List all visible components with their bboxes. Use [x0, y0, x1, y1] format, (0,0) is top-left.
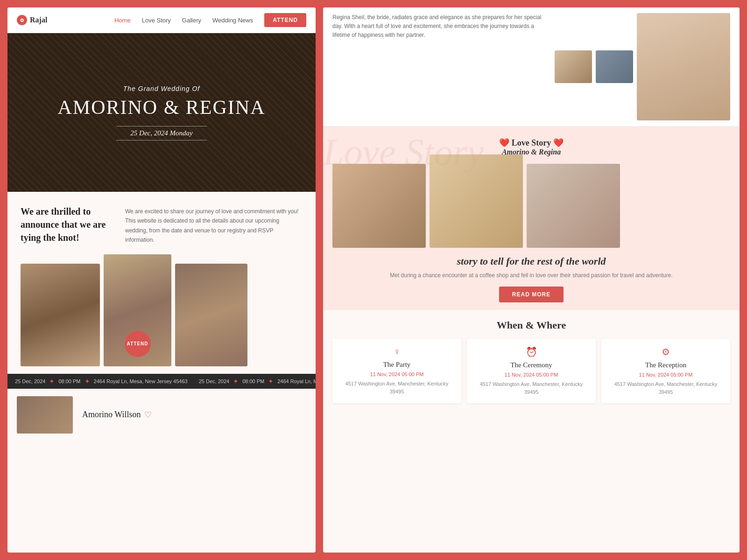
reception-icon: ⚙ — [609, 346, 723, 357]
reception-address: 4517 Washington Ave, Manchester, Kentuck… — [609, 380, 723, 396]
bottom-section: Amorino Willson ♡ — [7, 389, 316, 441]
reception-title: The Reception — [609, 361, 723, 369]
photo-1 — [21, 264, 100, 366]
love-photo-1 — [332, 164, 426, 248]
when-where-section: When & Where ♀ The Party 11 Nov, 2024 05… — [323, 310, 740, 413]
love-story-header: ❤️ Love Story ❤️ Amorino & Regina — [332, 138, 730, 156]
event-ceremony: ⏰ The Ceremony 11 Nov, 2024 05:00 PM 451… — [467, 339, 596, 403]
ceremony-title: The Ceremony — [474, 361, 588, 369]
person-info: Amorino Willson ♡ — [82, 396, 152, 434]
ticker-date-2: 25 Dec, 2024 — [199, 378, 229, 384]
attend-button[interactable]: ATTEND — [264, 13, 306, 27]
hero-date: 25 Dec, 2024 Monday — [116, 126, 206, 140]
photo-2: ATTEND — [104, 254, 171, 366]
hero-background: The Grand Wedding Of AMORINO & REGINA 25… — [7, 33, 316, 192]
read-more-button[interactable]: READ MORE — [499, 287, 564, 302]
announce-heading: We are thrilled to announce that we are … — [21, 205, 114, 245]
photo-1-inner — [21, 264, 100, 366]
announcement-section: We are thrilled to announce that we are … — [7, 192, 316, 252]
gallery-main-photo — [637, 13, 730, 120]
party-icon: ♀ — [340, 346, 454, 357]
party-date: 11 Nov, 2024 05:00 PM — [340, 371, 454, 377]
event-reception: ⚙ The Reception 11 Nov, 2024 05:00 PM 45… — [601, 339, 730, 403]
hero-title: AMORINO & REGINA — [58, 96, 266, 119]
gallery-thumbs — [555, 13, 633, 120]
attend-circle[interactable]: ATTEND — [125, 331, 151, 357]
logo-icon: ✿ — [17, 15, 27, 25]
love-story-tagline: story to tell for the rest of the world — [332, 255, 730, 267]
navbar: ✿ Rajal Home Love Story Gallery Wedding … — [7, 7, 316, 33]
ticker-dot-2: ✦ — [85, 378, 90, 385]
love-photo-3 — [527, 164, 620, 248]
love-story-couple: Amorino & Regina — [332, 148, 730, 156]
gallery-thumb-2 — [596, 50, 633, 83]
nav-love-story[interactable]: Love Story — [142, 17, 171, 24]
person-name: Amorino Willson ♡ — [82, 410, 152, 420]
photo-grid: ATTEND — [7, 252, 316, 374]
event-cards: ♀ The Party 11 Nov, 2024 05:00 PM 4517 W… — [332, 339, 730, 403]
ticker-item-1: 25 Dec, 2024 ✦ 08:00 PM ✦ 2464 Royal Ln,… — [15, 378, 188, 385]
ticker-dot-1: ✦ — [49, 378, 55, 385]
gallery-thumb-1 — [555, 50, 592, 83]
event-party: ♀ The Party 11 Nov, 2024 05:00 PM 4517 W… — [332, 339, 461, 403]
love-story-text: story to tell for the rest of the world … — [332, 255, 730, 302]
reception-date: 11 Nov, 2024 05:00 PM — [609, 372, 723, 378]
love-photo-2 — [430, 154, 523, 248]
nav-home[interactable]: Home — [114, 17, 131, 24]
heart-icon: ♡ — [144, 410, 152, 420]
photo-3-inner — [175, 264, 247, 366]
nav-links: Home Love Story Gallery Wedding News ATT… — [114, 13, 306, 27]
person-photo — [17, 396, 73, 434]
photo-3 — [175, 264, 247, 366]
nav-gallery[interactable]: Gallery — [182, 17, 201, 24]
nav-wedding-news[interactable]: Wedding News — [212, 17, 253, 24]
love-story-section: Love Story ❤️ Love Story ❤️ Amorino & Re… — [323, 126, 740, 310]
logo-text: Rajal — [30, 16, 47, 24]
ticker-bar: 25 Dec, 2024 ✦ 08:00 PM ✦ 2464 Royal Ln,… — [7, 374, 316, 389]
hero-section: The Grand Wedding Of AMORINO & REGINA 25… — [7, 33, 316, 192]
ticker-item-2: 25 Dec, 2024 ✦ 08:00 PM ✦ 2464 Royal Ln,… — [199, 378, 316, 385]
love-photos — [332, 164, 730, 248]
right-panel: Regina Sheil, the bride, radiates grace … — [323, 7, 740, 553]
ticker-date-1: 25 Dec, 2024 — [15, 378, 45, 384]
ticker-address-1: 2464 Royal Ln, Mesa, New Jersey 45463 — [94, 378, 188, 384]
announce-title: We are thrilled to announce that we are … — [21, 205, 114, 244]
ticker-address-2: 2464 Royal Ln, Mesa, New Jersey 45463 — [277, 378, 316, 384]
ceremony-icon: ⏰ — [474, 346, 588, 357]
announce-body: We are excited to share our journey of l… — [125, 205, 303, 245]
gallery-description: Regina Sheil, the bride, radiates grace … — [332, 13, 551, 120]
site-logo: ✿ Rajal — [17, 15, 47, 25]
ceremony-date: 11 Nov, 2024 05:00 PM — [474, 372, 588, 378]
love-story-label: ❤️ Love Story ❤️ — [332, 138, 730, 148]
love-story-description: Met during a chance encounter at a coffe… — [332, 271, 730, 280]
gallery-top: Regina Sheil, the bride, radiates grace … — [323, 7, 740, 126]
ticker-dot-4: ✦ — [268, 378, 274, 385]
ticker-time-1: 08:00 PM — [58, 378, 80, 384]
party-title: The Party — [340, 361, 454, 369]
left-panel: ✿ Rajal Home Love Story Gallery Wedding … — [7, 7, 316, 553]
hero-subtitle: The Grand Wedding Of — [123, 85, 200, 92]
ceremony-address: 4517 Washington Ave, Manchester, Kentuck… — [474, 380, 588, 396]
when-where-title: When & Where — [332, 319, 730, 331]
ticker-time-2: 08:00 PM — [242, 378, 264, 384]
party-address: 4517 Washington Ave, Manchester, Kentuck… — [340, 380, 454, 395]
person-name-text: Amorino Willson — [82, 410, 141, 420]
ticker-dot-3: ✦ — [233, 378, 239, 385]
